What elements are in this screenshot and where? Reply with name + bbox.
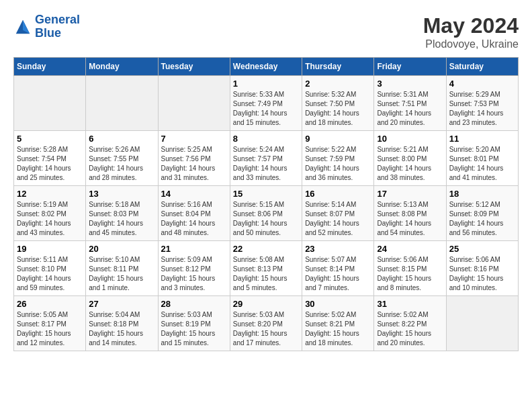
sunset-text: Sunset: 8:19 PM [161, 320, 211, 328]
sunrise-text: Sunrise: 5:02 AM [305, 311, 356, 318]
sunrise-text: Sunrise: 5:33 AM [233, 91, 284, 98]
weekday-header: Thursday [302, 58, 374, 76]
sunrise-text: Sunrise: 5:04 AM [89, 311, 140, 318]
day-info: Sunrise: 5:18 AM Sunset: 8:03 PM Dayligh… [89, 200, 154, 238]
daylight-text: Daylight: 14 hours and 41 minutes. [449, 165, 504, 181]
day-info: Sunrise: 5:08 AM Sunset: 8:13 PM Dayligh… [233, 255, 299, 293]
day-info: Sunrise: 5:07 AM Sunset: 8:14 PM Dayligh… [305, 255, 371, 293]
sunrise-text: Sunrise: 5:07 AM [305, 256, 356, 263]
day-number: 26 [17, 299, 83, 309]
calendar-week-row: 12 Sunrise: 5:19 AM Sunset: 8:02 PM Dayl… [14, 186, 519, 241]
day-info: Sunrise: 5:04 AM Sunset: 8:18 PM Dayligh… [89, 310, 154, 348]
day-info: Sunrise: 5:29 AM Sunset: 7:53 PM Dayligh… [449, 90, 515, 128]
sunset-text: Sunset: 8:22 PM [377, 320, 427, 328]
sunset-text: Sunset: 8:02 PM [17, 210, 66, 218]
day-number: 14 [161, 189, 227, 199]
sunset-text: Sunset: 8:21 PM [305, 320, 355, 328]
day-info: Sunrise: 5:21 AM Sunset: 8:00 PM Dayligh… [377, 145, 443, 183]
day-number: 4 [449, 79, 515, 89]
daylight-text: Daylight: 15 hours and 15 minutes. [161, 330, 216, 347]
month-year-title: May 2024 [423, 13, 519, 38]
calendar-cell: 9 Sunrise: 5:22 AM Sunset: 7:59 PM Dayli… [302, 131, 374, 186]
sunrise-text: Sunrise: 5:11 AM [17, 256, 68, 263]
calendar-week-row: 19 Sunrise: 5:11 AM Sunset: 8:10 PM Dayl… [14, 241, 519, 296]
sunrise-text: Sunrise: 5:20 AM [449, 146, 500, 153]
calendar-cell: 21 Sunrise: 5:09 AM Sunset: 8:12 PM Dayl… [158, 241, 230, 296]
calendar-cell: 26 Sunrise: 5:05 AM Sunset: 8:17 PM Dayl… [14, 296, 86, 351]
sunset-text: Sunset: 8:00 PM [377, 155, 427, 163]
sunset-text: Sunset: 8:10 PM [17, 265, 66, 273]
calendar-cell: 30 Sunrise: 5:02 AM Sunset: 8:21 PM Dayl… [302, 296, 374, 351]
day-number: 20 [89, 244, 154, 254]
day-info: Sunrise: 5:26 AM Sunset: 7:55 PM Dayligh… [89, 145, 154, 183]
sunrise-text: Sunrise: 5:06 AM [449, 256, 500, 263]
day-info: Sunrise: 5:32 AM Sunset: 7:50 PM Dayligh… [305, 90, 371, 128]
sunrise-text: Sunrise: 5:18 AM [89, 201, 140, 208]
day-info: Sunrise: 5:13 AM Sunset: 8:08 PM Dayligh… [377, 200, 443, 238]
daylight-text: Daylight: 14 hours and 45 minutes. [89, 220, 143, 236]
day-number: 16 [305, 189, 371, 199]
day-number: 7 [161, 134, 227, 144]
location-title: Plodovoye, Ukraine [423, 38, 519, 50]
daylight-text: Daylight: 14 hours and 36 minutes. [305, 165, 359, 181]
calendar-cell: 20 Sunrise: 5:10 AM Sunset: 8:11 PM Dayl… [86, 241, 158, 296]
day-number: 8 [233, 134, 299, 144]
daylight-text: Daylight: 14 hours and 59 minutes. [17, 275, 71, 291]
sunrise-text: Sunrise: 5:08 AM [233, 256, 284, 263]
day-info: Sunrise: 5:06 AM Sunset: 8:16 PM Dayligh… [449, 255, 515, 293]
weekday-header-row: SundayMondayTuesdayWednesdayThursdayFrid… [14, 58, 519, 76]
calendar-cell: 23 Sunrise: 5:07 AM Sunset: 8:14 PM Dayl… [302, 241, 374, 296]
sunset-text: Sunset: 8:01 PM [449, 155, 499, 163]
day-info: Sunrise: 5:14 AM Sunset: 8:07 PM Dayligh… [305, 200, 371, 238]
sunset-text: Sunset: 8:14 PM [305, 265, 355, 273]
day-number: 15 [233, 189, 299, 199]
day-info: Sunrise: 5:24 AM Sunset: 7:57 PM Dayligh… [233, 145, 299, 183]
sunset-text: Sunset: 8:13 PM [233, 265, 283, 273]
day-info: Sunrise: 5:05 AM Sunset: 8:17 PM Dayligh… [17, 310, 83, 348]
daylight-text: Daylight: 15 hours and 17 minutes. [233, 330, 287, 347]
calendar-week-row: 5 Sunrise: 5:28 AM Sunset: 7:54 PM Dayli… [14, 131, 519, 186]
sunset-text: Sunset: 7:57 PM [233, 155, 283, 163]
sunrise-text: Sunrise: 5:13 AM [377, 201, 428, 208]
daylight-text: Daylight: 14 hours and 18 minutes. [305, 109, 359, 126]
calendar-cell: 29 Sunrise: 5:03 AM Sunset: 8:20 PM Dayl… [230, 296, 302, 351]
sunrise-text: Sunrise: 5:05 AM [17, 311, 68, 318]
daylight-text: Daylight: 15 hours and 18 minutes. [305, 330, 359, 347]
day-number: 28 [161, 299, 227, 309]
calendar-cell: 19 Sunrise: 5:11 AM Sunset: 8:10 PM Dayl… [14, 241, 86, 296]
day-number: 1 [233, 79, 299, 89]
sunset-text: Sunset: 7:50 PM [305, 100, 355, 107]
sunset-text: Sunset: 8:16 PM [449, 265, 499, 273]
calendar-cell [86, 76, 158, 131]
sunrise-text: Sunrise: 5:10 AM [89, 256, 140, 263]
daylight-text: Daylight: 15 hours and 5 minutes. [233, 275, 287, 291]
calendar-cell: 14 Sunrise: 5:16 AM Sunset: 8:04 PM Dayl… [158, 186, 230, 241]
sunrise-text: Sunrise: 5:14 AM [305, 201, 356, 208]
sunset-text: Sunset: 8:20 PM [233, 320, 283, 328]
calendar-cell: 5 Sunrise: 5:28 AM Sunset: 7:54 PM Dayli… [14, 131, 86, 186]
calendar-cell [158, 76, 230, 131]
weekday-header: Monday [86, 58, 158, 76]
sunrise-text: Sunrise: 5:24 AM [233, 146, 284, 153]
day-info: Sunrise: 5:10 AM Sunset: 8:11 PM Dayligh… [89, 255, 154, 293]
sunrise-text: Sunrise: 5:06 AM [377, 256, 428, 263]
daylight-text: Daylight: 15 hours and 1 minute. [89, 275, 143, 291]
daylight-text: Daylight: 15 hours and 3 minutes. [161, 275, 216, 291]
daylight-text: Daylight: 14 hours and 54 minutes. [377, 220, 431, 236]
calendar-cell: 31 Sunrise: 5:02 AM Sunset: 8:22 PM Dayl… [374, 296, 446, 351]
calendar-cell: 15 Sunrise: 5:15 AM Sunset: 8:06 PM Dayl… [230, 186, 302, 241]
sunrise-text: Sunrise: 5:21 AM [377, 146, 428, 153]
sunset-text: Sunset: 7:59 PM [305, 155, 355, 163]
calendar-table: SundayMondayTuesdayWednesdayThursdayFrid… [13, 57, 519, 351]
sunset-text: Sunset: 7:53 PM [449, 100, 499, 107]
day-info: Sunrise: 5:09 AM Sunset: 8:12 PM Dayligh… [161, 255, 227, 293]
daylight-text: Daylight: 15 hours and 10 minutes. [449, 275, 504, 291]
day-info: Sunrise: 5:02 AM Sunset: 8:21 PM Dayligh… [305, 310, 371, 348]
sunrise-text: Sunrise: 5:12 AM [449, 201, 500, 208]
day-number: 21 [161, 244, 227, 254]
day-info: Sunrise: 5:31 AM Sunset: 7:51 PM Dayligh… [377, 90, 443, 128]
calendar-cell: 8 Sunrise: 5:24 AM Sunset: 7:57 PM Dayli… [230, 131, 302, 186]
day-number: 25 [449, 244, 515, 254]
day-number: 6 [89, 134, 154, 144]
calendar-week-row: 26 Sunrise: 5:05 AM Sunset: 8:17 PM Dayl… [14, 296, 519, 351]
